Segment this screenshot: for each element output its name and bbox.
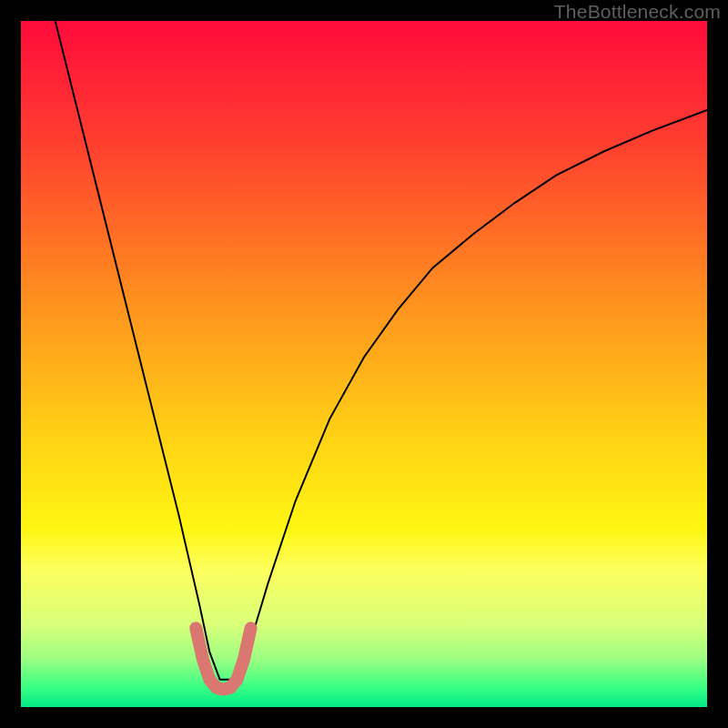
gradient-background <box>21 21 707 707</box>
chart-frame <box>21 21 707 707</box>
bottleneck-chart <box>21 21 707 707</box>
watermark-text: TheBottleneck.com <box>554 1 721 23</box>
